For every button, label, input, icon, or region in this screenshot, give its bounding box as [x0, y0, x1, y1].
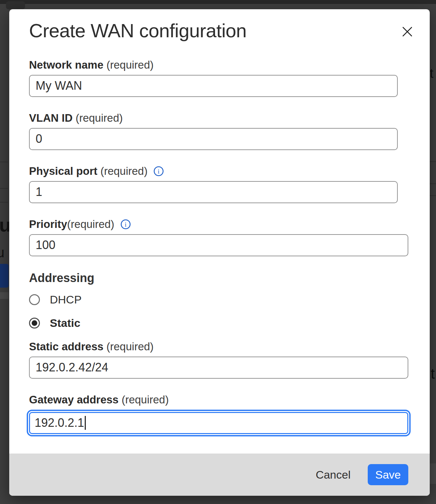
radio-dot: [32, 320, 37, 326]
radio-selected-icon: [29, 318, 40, 329]
background-table-line: [0, 202, 8, 203]
gateway-address-focus-ring: 192.0.2.1: [27, 410, 411, 436]
background-text-fragment: t: [431, 365, 436, 382]
priority-input[interactable]: [29, 234, 408, 256]
dialog-title: Create WAN configuration: [29, 19, 410, 43]
static-address-input[interactable]: [29, 357, 408, 379]
gateway-address-input[interactable]: 192.0.2.1: [29, 412, 408, 434]
physical-port-input[interactable]: [29, 181, 398, 203]
radio-static-label: Static: [50, 317, 80, 330]
static-address-label: Static address (required): [29, 340, 410, 353]
svg-text:i: i: [125, 221, 126, 228]
priority-label: Priority(required)i: [29, 218, 410, 231]
svg-text:i: i: [158, 168, 160, 175]
radio-dhcp-label: DHCP: [50, 293, 81, 306]
background-window-fragment: [6, 1, 25, 9]
background-table-line: [0, 188, 8, 189]
background-top-strip: [0, 0, 436, 4]
background-text-fragment: u: [0, 245, 4, 261]
cancel-button[interactable]: Cancel: [314, 466, 352, 484]
network-name-label: Network name (required): [29, 58, 410, 72]
close-button[interactable]: [399, 24, 415, 40]
background-table-line: [0, 162, 8, 162]
physical-port-info-icon[interactable]: i: [153, 166, 164, 176]
radio-dhcp[interactable]: DHCP: [29, 293, 410, 306]
vlan-id-label: VLAN ID (required): [29, 111, 410, 125]
network-name-input[interactable]: [29, 75, 398, 97]
gateway-address-value: 192.0.2.1: [35, 416, 84, 430]
radio-unselected-icon: [29, 294, 40, 305]
save-button[interactable]: Save: [368, 464, 408, 485]
priority-info-icon[interactable]: i: [120, 219, 131, 230]
background-text-fragment: t l: [430, 66, 436, 81]
dialog-footer: Cancel Save: [9, 454, 430, 496]
radio-static[interactable]: Static: [29, 317, 410, 330]
physical-port-label: Physical port (required)i: [29, 165, 410, 178]
background-button-fragment: [0, 264, 9, 288]
background-fragment: [0, 292, 9, 299]
gateway-address-label: Gateway address (required): [29, 393, 410, 406]
create-wan-dialog: Create WAN configuration Network name (r…: [9, 9, 430, 496]
text-cursor: [85, 416, 86, 430]
addressing-heading: Addressing: [29, 271, 410, 285]
background-table-line: [429, 161, 436, 162]
background-table-line: [429, 195, 436, 196]
background-row-fragment: [430, 463, 436, 484]
background-table-line: [429, 183, 436, 184]
vlan-id-input[interactable]: [29, 128, 398, 150]
close-icon: [401, 25, 414, 38]
